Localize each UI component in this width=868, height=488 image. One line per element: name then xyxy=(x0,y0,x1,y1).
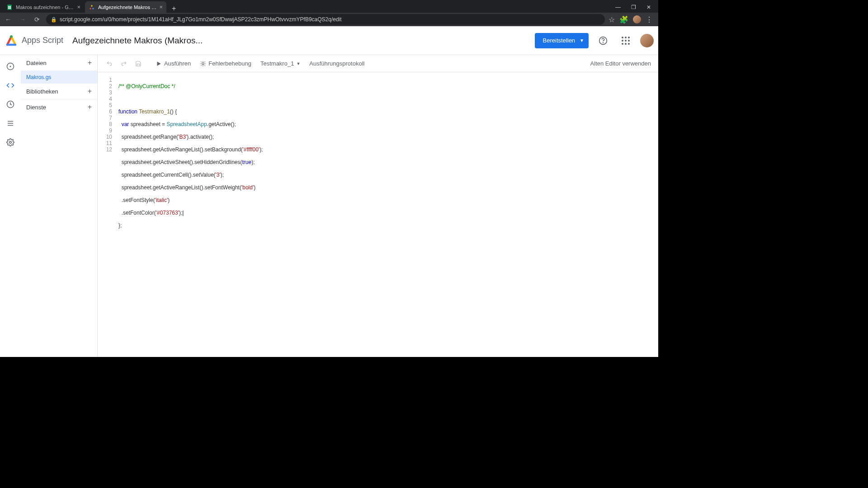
function-selected: Testmakro_1 xyxy=(260,60,294,67)
file-name: Makros.gs xyxy=(26,74,51,80)
deploy-label: Bereitstellen xyxy=(543,37,576,44)
project-title[interactable]: Aufgezeichnete Makros (Makros... xyxy=(72,36,203,46)
svg-point-9 xyxy=(603,42,604,42)
sheets-icon xyxy=(6,4,13,10)
svg-point-4 xyxy=(90,8,91,9)
svg-point-18 xyxy=(202,62,204,65)
redo-button[interactable] xyxy=(118,58,130,69)
executions-icon[interactable] xyxy=(4,117,17,130)
files-section-header: Dateien + xyxy=(21,55,97,71)
new-tab-button[interactable]: + xyxy=(167,5,180,13)
services-section-header: Dienste + xyxy=(21,99,97,115)
legacy-editor-link[interactable]: Alten Editor verwenden xyxy=(590,60,653,67)
close-icon[interactable]: × xyxy=(77,4,80,10)
browser-tab[interactable]: Aufgezeichnete Makros (Makros × xyxy=(85,1,166,13)
svg-point-5 xyxy=(91,5,93,7)
svg-point-11 xyxy=(10,66,11,67)
svg-point-7 xyxy=(10,35,13,38)
run-label: Ausführen xyxy=(164,60,191,67)
save-button[interactable] xyxy=(132,58,145,69)
function-selector[interactable]: Testmakro_1 ▼ xyxy=(257,58,304,69)
debug-label: Fehlerbehebung xyxy=(208,60,251,67)
extensions-icon[interactable]: 🧩 xyxy=(619,15,628,24)
overview-icon[interactable] xyxy=(4,60,17,73)
minimize-button[interactable]: — xyxy=(610,2,626,13)
line-gutter: 1 2 3 4 5 6 7 8 9 10 11 12 xyxy=(98,72,116,357)
execution-log-button[interactable]: Ausführungsprotokoll xyxy=(306,58,368,69)
deploy-button[interactable]: Bereitstellen ▼ xyxy=(535,33,589,48)
product-name: Apps Script xyxy=(22,36,63,45)
svg-point-6 xyxy=(92,8,94,9)
svg-marker-17 xyxy=(157,61,161,66)
run-button[interactable]: Ausführen xyxy=(152,58,194,69)
star-icon[interactable]: ☆ xyxy=(609,15,615,24)
icon-rail xyxy=(0,55,21,357)
account-avatar[interactable] xyxy=(640,34,654,47)
lock-icon: 🔒 xyxy=(51,17,57,23)
svg-point-16 xyxy=(9,141,12,144)
editor-toolbar: Ausführen Fehlerbehebung Testmakro_1 ▼ A… xyxy=(98,55,658,72)
browser-navbar: ← → ⟳ 🔒 script.google.com/u/0/home/proje… xyxy=(0,13,658,26)
profile-avatar[interactable] xyxy=(633,15,641,23)
section-label: Dateien xyxy=(26,60,47,66)
close-window-button[interactable]: ✕ xyxy=(641,2,656,13)
add-service-button[interactable]: + xyxy=(88,103,92,111)
undo-button[interactable] xyxy=(103,58,116,69)
add-file-button[interactable]: + xyxy=(88,59,92,67)
browser-tabbar: Makros aufzeichnen - Google Ta × Aufgeze… xyxy=(0,0,658,13)
log-label: Ausführungsprotokoll xyxy=(309,60,364,67)
chevron-down-icon: ▼ xyxy=(580,38,584,43)
back-button[interactable]: ← xyxy=(3,14,14,25)
app-header: Apps Script Aufgezeichnete Makros (Makro… xyxy=(0,26,658,55)
window-controls: — ❐ ✕ xyxy=(610,2,658,13)
reload-button[interactable]: ⟳ xyxy=(32,14,42,25)
address-bar[interactable]: 🔒 script.google.com/u/0/home/projects/1M… xyxy=(46,14,605,25)
appsscript-icon xyxy=(89,4,95,10)
add-library-button[interactable]: + xyxy=(88,87,92,95)
section-label: Bibliotheken xyxy=(26,88,58,95)
file-item[interactable]: Makros.gs xyxy=(21,71,97,84)
apps-button[interactable] xyxy=(618,33,634,49)
file-panel: Dateien + Makros.gs Bibliotheken + Diens… xyxy=(21,55,98,357)
tab-title: Makros aufzeichnen - Google Ta xyxy=(16,5,74,10)
debug-button[interactable]: Fehlerbehebung xyxy=(196,58,255,69)
maximize-button[interactable]: ❐ xyxy=(626,2,641,13)
libraries-section-header: Bibliotheken + xyxy=(21,84,97,99)
editor-icon[interactable] xyxy=(4,79,17,92)
editor-panel: Ausführen Fehlerbehebung Testmakro_1 ▼ A… xyxy=(98,55,658,357)
svg-rect-3 xyxy=(9,6,9,9)
url-text: script.google.com/u/0/home/projects/1M14… xyxy=(60,16,342,23)
menu-icon[interactable]: ⋮ xyxy=(646,15,653,24)
appsscript-logo-icon xyxy=(5,34,18,47)
help-button[interactable] xyxy=(595,33,611,49)
chevron-down-icon: ▼ xyxy=(296,61,300,66)
close-icon[interactable]: × xyxy=(159,4,163,10)
settings-icon[interactable] xyxy=(4,136,17,149)
triggers-icon[interactable] xyxy=(4,98,17,111)
section-label: Dienste xyxy=(26,104,46,111)
forward-button[interactable]: → xyxy=(17,14,28,25)
browser-tab[interactable]: Makros aufzeichnen - Google Ta × xyxy=(3,1,84,13)
code-editor[interactable]: 1 2 3 4 5 6 7 8 9 10 11 12 /** @OnlyCurr… xyxy=(98,72,658,357)
tab-title: Aufgezeichnete Makros (Makros xyxy=(98,5,156,10)
code-content[interactable]: /** @OnlyCurrentDoc */ function Testmakr… xyxy=(116,72,263,357)
